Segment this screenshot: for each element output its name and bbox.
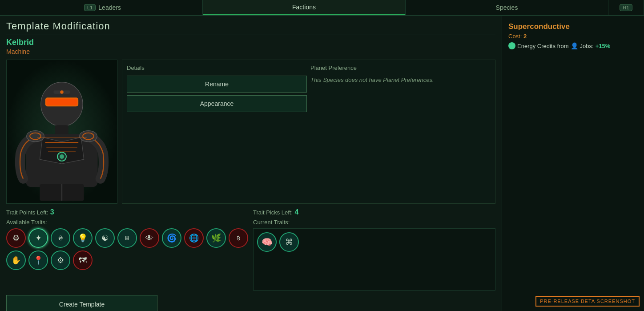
available-traits-grid: ⚙ ✦ ₴ 💡 ☯ 🖥 👁 🌀 🌐 🌿 ₿ ✋ 📍 ⚙ 🗺 [6,228,249,270]
current-traits-column: Current Traits: 🧠 ⌘ [253,219,495,291]
panel-section: Details Rename Appearance Planet Prefere… [127,65,491,199]
content-row: Details Rename Appearance Planet Prefere… [6,60,495,204]
trait-icon-2[interactable]: ✦ [28,228,48,248]
planet-pref-label: Planet Preference [310,65,491,71]
species-type: Machine [6,48,495,55]
cost-label: Cost: [508,33,522,40]
rename-button[interactable]: Rename [127,76,307,93]
trait-icon-11[interactable]: ₿ [229,228,248,248]
trait-effect: Energy Credits from 👤 Jobs: +15% [508,42,638,49]
l1-badge: L1 [84,4,96,11]
traits-section: Available Traits: ⚙ ✦ ₴ 💡 ☯ 🖥 👁 🌀 🌐 🌿 ₿ … [6,219,495,291]
tab-species[interactable]: Species [406,0,608,15]
trait-points-container: Trait Points Left: 3 [6,208,249,216]
species-label: Species [496,4,518,11]
current-traits-box: 🧠 ⌘ [253,228,495,291]
tab-factions[interactable]: Factions [203,0,406,15]
species-portrait [7,60,117,203]
planet-preference-section: Planet Preference This Species does not … [310,65,491,199]
svg-point-5 [60,90,63,93]
tab-r1[interactable]: R1 [608,0,644,15]
create-btn-area: Create Template [6,295,495,311]
svg-point-12 [27,131,44,142]
trait-icon-13[interactable]: 📍 [28,250,48,270]
effect-percent: +15% [596,43,611,49]
top-navigation: L1 Leaders Factions Species R1 [0,0,644,16]
svg-rect-3 [46,99,77,105]
trait-picks-value: 4 [295,208,299,216]
details-label: Details [127,65,307,71]
r1-badge: R1 [620,4,632,11]
cost-value: 2 [523,33,527,40]
trait-picks-label: Trait Picks Left: [253,209,293,216]
jobs-icon: 👤 [571,42,578,49]
tab-leaders[interactable]: L1 Leaders [0,0,203,15]
trait-info-name: Superconductive [508,22,638,31]
trait-icon-8[interactable]: 🌀 [162,228,181,248]
current-trait-1[interactable]: 🧠 [257,232,277,252]
trait-icon-5[interactable]: ☯ [95,228,115,248]
energy-icon [508,42,515,49]
available-traits-column: Available Traits: ⚙ ✦ ₴ 💡 ☯ 🖥 👁 🌀 🌐 🌿 ₿ … [6,219,249,291]
available-traits-label: Available Traits: [6,219,249,226]
current-traits-label: Current Traits: [253,219,495,226]
portrait-area [6,60,117,204]
trait-icon-15[interactable]: 🗺 [73,250,93,270]
right-panel: Superconductive Cost: 2 Energy Credits f… [502,16,644,311]
svg-point-13 [80,131,97,142]
effect-text: Energy Credits from [517,43,569,49]
planet-pref-text: This Species does not have Planet Prefer… [310,77,491,83]
species-name: Kelbrid [6,38,495,47]
left-panel: Template Modification Kelbrid Machine [0,16,502,311]
trait-points-value: 3 [50,208,54,216]
current-trait-2[interactable]: ⌘ [279,232,299,252]
leaders-label: Leaders [98,4,121,11]
details-section: Details Rename Appearance [127,65,307,199]
trait-icon-14[interactable]: ⚙ [51,250,70,270]
pre-release-badge: PRE-RELEASE BETA SCREENSHOT [535,296,640,307]
trait-icon-10[interactable]: 🌿 [206,228,226,248]
trait-points-label: Trait Points Left: [6,209,48,216]
trait-icon-6[interactable]: 🖥 [117,228,137,248]
trait-counts-row: Trait Points Left: 3 Trait Picks Left: 4 [6,208,495,216]
details-panel: Details Rename Appearance Planet Prefere… [122,60,495,204]
effect-jobs: Jobs: [580,43,594,49]
appearance-button[interactable]: Appearance [127,95,307,112]
trait-icon-1[interactable]: ⚙ [6,228,26,248]
factions-label: Factions [292,4,316,11]
trait-icon-12[interactable]: ✋ [6,250,26,270]
svg-point-11 [60,154,64,159]
trait-picks-container: Trait Picks Left: 4 [253,208,495,216]
trait-icon-3[interactable]: ₴ [51,228,70,248]
main-area: Template Modification Kelbrid Machine [0,16,644,311]
trait-icon-9[interactable]: 🌐 [184,228,204,248]
trait-icon-4[interactable]: 💡 [73,228,93,248]
svg-rect-6 [55,125,68,134]
page-title: Template Modification [6,20,495,35]
create-template-button[interactable]: Create Template [6,295,157,311]
trait-cost: Cost: 2 [508,33,638,40]
trait-icon-7[interactable]: 👁 [140,228,159,248]
